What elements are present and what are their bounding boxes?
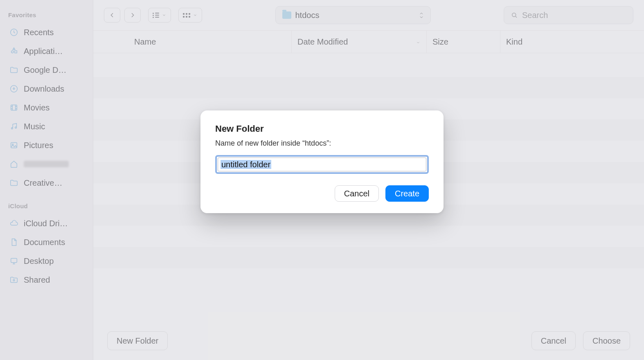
dialog-title: New Folder xyxy=(215,124,429,134)
dialog-create-label: Create xyxy=(395,189,419,198)
modal-overlay: New Folder Name of new folder inside “ht… xyxy=(0,0,644,360)
dialog-create-button[interactable]: Create xyxy=(385,185,429,202)
folder-name-value: untitled folder xyxy=(221,160,271,169)
folder-name-input-focus-ring: untitled folder xyxy=(215,155,429,174)
dialog-subtitle: Name of new folder inside “htdocs”: xyxy=(215,139,429,148)
folder-name-input[interactable]: untitled folder xyxy=(218,158,426,171)
dialog-actions: Cancel Create xyxy=(215,185,429,202)
dialog-cancel-button[interactable]: Cancel xyxy=(335,185,379,202)
dialog-cancel-label: Cancel xyxy=(344,189,369,198)
new-folder-dialog: New Folder Name of new folder inside “ht… xyxy=(200,110,444,213)
